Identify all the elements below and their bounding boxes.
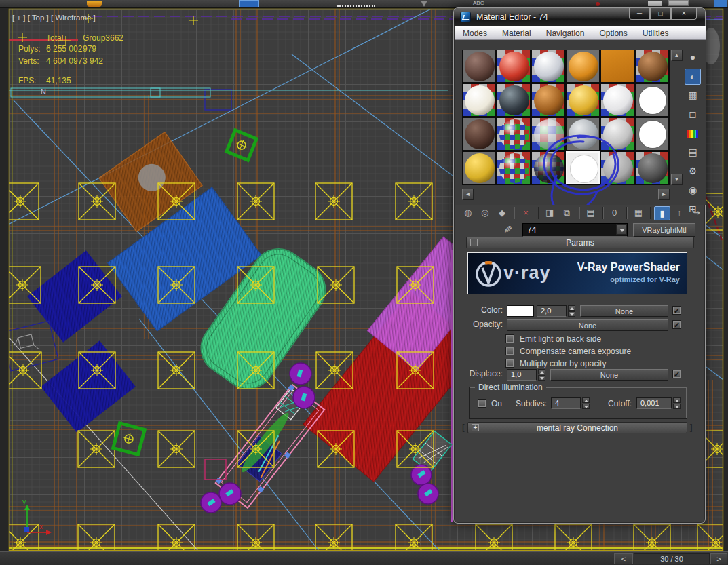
pager-next-button[interactable]: >	[710, 553, 727, 564]
viewport-label[interactable]: [ + ] [ Top ] [ Wireframe ]	[12, 14, 96, 22]
assign-to-selection-icon[interactable]: ◆	[494, 206, 510, 220]
menu-navigation[interactable]: Navigation	[546, 28, 585, 38]
material-slot-14[interactable]	[497, 117, 531, 151]
direct-illumination-on-checkbox[interactable]	[478, 399, 486, 408]
menu-options[interactable]: Options	[599, 28, 627, 38]
put-to-library-icon[interactable]: ▤	[583, 206, 598, 220]
vray-logo-icon	[472, 257, 505, 290]
color-map-checkbox[interactable]: ✓	[672, 306, 681, 315]
material-slot-23[interactable]	[600, 151, 634, 184]
toolbar-active-button[interactable]	[239, 0, 259, 7]
backlight-icon[interactable]: ◐	[685, 69, 701, 85]
material-name-dropdown-icon[interactable]	[616, 224, 627, 235]
cutoff-spinner[interactable]	[673, 397, 681, 409]
material-sphere	[638, 153, 668, 183]
material-slot-15[interactable]	[531, 117, 565, 151]
checkbox-label: Multiply color by opacity	[520, 359, 606, 368]
scroll-up-button[interactable]: ▲	[671, 50, 683, 61]
scroll-down-button[interactable]: ▼	[671, 174, 683, 185]
material-slot-13[interactable]	[462, 117, 496, 151]
color-map-button[interactable]: None	[580, 305, 668, 317]
scroll-left-button[interactable]: ◄	[462, 189, 474, 200]
menu-modes[interactable]: Modes	[463, 28, 487, 38]
displace-map-button[interactable]: None	[550, 369, 668, 381]
material-slot-24[interactable]	[635, 151, 669, 184]
svg-text:Polys:: Polys:	[18, 44, 41, 54]
minimize-button[interactable]: ─	[629, 8, 650, 20]
menu-utilities[interactable]: Utilities	[643, 28, 669, 38]
color-swatch[interactable]	[507, 305, 534, 317]
material-slot-1[interactable]	[462, 50, 496, 83]
collapse-icon[interactable]: -	[470, 239, 478, 246]
displace-map-checkbox[interactable]: ✓	[672, 370, 681, 378]
material-slot-10[interactable]	[566, 83, 600, 117]
title-bar[interactable]: Material Editor - 74 ─ □ ×	[454, 8, 705, 26]
material-editor-window[interactable]: Material Editor - 74 ─ □ × ModesMaterial…	[453, 7, 706, 524]
material-slot-9[interactable]	[531, 83, 565, 117]
material-slot-19[interactable]	[462, 151, 496, 184]
pager-prev-button[interactable]: <	[614, 553, 633, 564]
displace-spinner[interactable]	[538, 369, 545, 381]
rollout-bracket: ]	[690, 422, 693, 432]
toolbar-icon-fragment	[337, 1, 375, 7]
color-multiplier-spinner[interactable]	[568, 305, 575, 317]
select-by-material-icon[interactable]: ◉	[685, 182, 701, 199]
expand-icon[interactable]: +	[472, 424, 479, 431]
color-multiplier-field[interactable]: 2,0	[537, 305, 567, 317]
material-slot-4[interactable]	[566, 50, 600, 83]
material-slot-5[interactable]	[600, 50, 634, 83]
material-slot-2[interactable]	[497, 50, 531, 83]
get-material-icon[interactable]: ◍	[460, 206, 476, 220]
put-to-scene-icon[interactable]: ◎	[477, 206, 493, 220]
show-in-viewport-icon[interactable]: ▦	[630, 206, 646, 220]
material-type-button[interactable]: VRayLightMtl	[633, 223, 695, 237]
make-copy-icon[interactable]: ◨	[542, 206, 558, 220]
maximize-button[interactable]: □	[650, 8, 671, 20]
params-rollout-header[interactable]: - Params	[466, 237, 694, 248]
checkbox-compensate-camera-exposure[interactable]	[505, 347, 514, 355]
menu-bar[interactable]: ModesMaterialNavigationOptionsUtilities	[455, 26, 706, 40]
material-name-field[interactable]: 74	[522, 223, 628, 237]
sample-type-icon[interactable]: ●	[685, 50, 701, 66]
banner-subtitle: optimized for V-Ray	[610, 275, 680, 284]
reset-map-icon[interactable]: ×	[518, 206, 533, 220]
material-slot-12[interactable]	[635, 83, 669, 117]
checkbox-multiply-color-by-opacity[interactable]	[505, 359, 514, 368]
material-slot-20[interactable]	[497, 151, 531, 184]
pick-material-icon[interactable]: ✎	[501, 225, 514, 234]
subdivs-field[interactable]: 4	[551, 397, 581, 409]
sample-palette: ▲ ▼ ◄ ► ●◐▩◻▤⚙◉⊞	[455, 40, 706, 205]
material-slot-6[interactable]	[635, 50, 669, 83]
checkbox-emit-light-on-back-side[interactable]	[505, 334, 514, 343]
material-slot-22-selected[interactable]	[566, 151, 600, 184]
scroll-right-button[interactable]: ►	[658, 189, 670, 200]
menu-material[interactable]: Material	[502, 28, 531, 38]
material-slot-21[interactable]	[531, 151, 565, 184]
show-end-result-icon[interactable]: ▮	[654, 206, 670, 220]
go-to-parent-icon[interactable]: ↑	[672, 206, 687, 220]
material-id-icon[interactable]: 0	[607, 206, 622, 220]
material-slot-7[interactable]	[462, 83, 496, 117]
sample-uv-tiling-icon[interactable]: ◻	[685, 106, 701, 123]
material-slot-3[interactable]	[531, 50, 565, 83]
close-button[interactable]: ×	[671, 8, 697, 20]
displace-field[interactable]: 1,0	[507, 369, 537, 381]
material-slot-16[interactable]	[566, 117, 600, 151]
go-forward-sibling-icon[interactable]: ↪	[689, 206, 704, 220]
video-color-check-icon[interactable]	[685, 125, 701, 142]
mental-ray-rollout-header[interactable]: + mental ray Connection	[467, 422, 687, 433]
background-icon[interactable]: ▩	[685, 87, 701, 104]
subdivs-spinner[interactable]	[582, 397, 590, 409]
make-unique-icon[interactable]: ⧉	[559, 206, 575, 220]
opacity-map-button[interactable]: None	[507, 319, 668, 331]
material-slot-17[interactable]	[600, 117, 634, 151]
cutoff-field[interactable]: 0,001	[636, 397, 672, 409]
opacity-map-checkbox[interactable]: ✓	[672, 320, 681, 329]
options-icon[interactable]: ⚙	[685, 163, 701, 180]
flat-white-material	[639, 121, 666, 148]
make-preview-icon[interactable]: ▤	[685, 144, 701, 161]
material-slot-8[interactable]	[497, 83, 531, 117]
material-slot-18[interactable]	[635, 117, 669, 151]
material-slot-11[interactable]	[600, 83, 634, 117]
material-sphere	[603, 85, 633, 115]
